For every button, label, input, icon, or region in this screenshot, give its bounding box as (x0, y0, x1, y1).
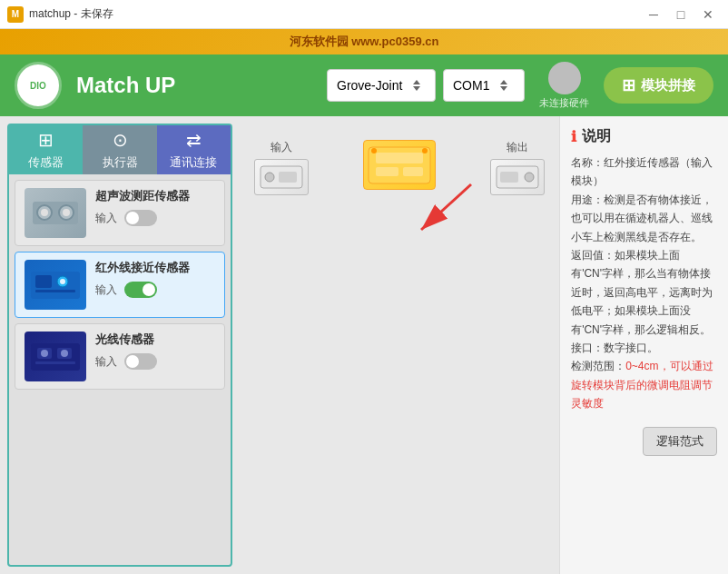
sensor-name-ir: 红外线接近传感器 (95, 260, 215, 276)
right-panel: ℹ 说明 名称：红外接近传感器（输入模块） 用途：检测是否有物体接近，也可以用在… (559, 116, 728, 574)
sensor-tab-icon: ⊞ (38, 129, 54, 151)
titlebar-left: M matchup - 未保存 (7, 6, 113, 23)
input-label: 输入 (271, 140, 292, 155)
info-title: 说明 (582, 127, 611, 146)
tabs: ⊞ 传感器 ⊙ 执行器 ⇄ 通讯连接 (9, 125, 231, 174)
canvas-area: 输入 (254, 131, 545, 559)
sensor-toggle-light[interactable] (124, 353, 157, 370)
svg-point-14 (61, 350, 68, 357)
svg-point-27 (525, 173, 534, 182)
close-button[interactable]: ✕ (695, 2, 721, 27)
logic-btn[interactable]: 逻辑范式 (643, 427, 717, 456)
logo-circle: DIO (15, 62, 62, 109)
output-block: 输出 (490, 140, 545, 195)
tab-sensor[interactable]: ⊞ 传感器 (9, 125, 83, 174)
svg-rect-26 (500, 172, 518, 183)
module-block (363, 140, 436, 190)
sensor-type-row-ultrasonic: 输入 (95, 210, 215, 226)
sensor-info-ultrasonic: 超声波测距传感器 输入 (95, 188, 215, 226)
sensor-toggle-ir[interactable] (124, 282, 157, 298)
sensor-type-label-ir: 输入 (95, 282, 117, 298)
maximize-button[interactable]: □ (668, 2, 694, 27)
port-dropdown[interactable]: COM1 (443, 69, 525, 102)
port-dropdown-arrow (500, 80, 507, 91)
window-controls: ─ □ ✕ (641, 2, 721, 27)
sensor-list: 超声波测距传感器 输入 (9, 174, 231, 565)
svg-point-13 (41, 350, 48, 357)
header: DIO Match UP Grove-Joint COM1 未连接硬件 ⊞ 模块… (0, 54, 728, 116)
logo-dio: DIO (30, 81, 46, 91)
input-block: 输入 (254, 140, 309, 195)
connect-icon: ⊞ (622, 75, 635, 95)
device-dropdown[interactable]: Grove-Joint (327, 69, 436, 102)
svg-rect-6 (35, 275, 52, 288)
svg-point-2 (41, 209, 48, 216)
port-arrow-up-icon (500, 80, 507, 84)
sensor-img-light (25, 332, 86, 381)
svg-point-8 (60, 279, 65, 284)
info-icon: ℹ (571, 128, 576, 145)
svg-point-4 (63, 209, 70, 216)
info-interface: 接口：数字接口。 (571, 339, 717, 357)
svg-rect-20 (376, 153, 423, 163)
sensor-info-light: 光线传感器 输入 (95, 332, 215, 370)
info-range-highlight: 0~4cm，可以通过旋转模块背后的微调电阻调节灵敏度 (571, 360, 713, 410)
watermark-bar: 河东软件园 www.pc0359.cn (0, 29, 728, 54)
titlebar: M matchup - 未保存 ─ □ ✕ (0, 0, 728, 29)
arrow-up-icon (413, 80, 420, 84)
connect-btn-label: 模块拼接 (641, 77, 695, 94)
device-dropdown-arrow (413, 80, 420, 91)
svg-rect-15 (35, 361, 75, 364)
info-name: 名称：红外接近传感器（输入模块） (571, 153, 717, 191)
input-chip (254, 159, 309, 195)
main-area: ⊞ 传感器 ⊙ 执行器 ⇄ 通讯连接 (0, 116, 728, 574)
svg-rect-9 (35, 290, 75, 292)
tab-connect[interactable]: ⇄ 通讯连接 (157, 125, 231, 174)
info-usage: 用途：检测是否有物体接近，也可以用在循迹机器人、巡线小车上检测黑线是否存在。 (571, 191, 717, 246)
tab-actuator[interactable]: ⊙ 执行器 (83, 125, 156, 174)
center-area: 输入 (240, 116, 559, 574)
svg-point-23 (371, 148, 377, 153)
output-label: 输出 (507, 140, 528, 155)
module-chip (363, 140, 436, 190)
minimize-button[interactable]: ─ (641, 2, 666, 27)
port-arrow-down-icon (500, 86, 507, 91)
svg-point-24 (422, 148, 428, 153)
info-range: 检测范围：0~4cm，可以通过旋转模块背后的微调电阻调节灵敏度 (571, 357, 717, 412)
window-title: matchup - 未保存 (29, 6, 113, 22)
left-panel: ⊞ 传感器 ⊙ 执行器 ⇄ 通讯连接 (7, 124, 232, 567)
output-chip (490, 159, 545, 195)
device-dropdown-value: Grove-Joint (337, 78, 402, 93)
info-return-text: 返回值：如果模块上面有'CN'字样，那么当有物体接近时，返回高电平，远离时为低电… (571, 249, 713, 336)
svg-rect-22 (403, 167, 423, 176)
sensor-card-ir[interactable]: 红外线接近传感器 输入 (15, 252, 225, 318)
watermark-text: 河东软件园 www.pc0359.cn (290, 34, 439, 50)
dropdown-group: Grove-Joint COM1 (327, 69, 525, 102)
app-icon: M (7, 6, 24, 23)
svg-rect-18 (279, 172, 297, 183)
sensor-type-label-ultrasonic: 输入 (95, 211, 117, 226)
sensor-type-row-ir: 输入 (95, 282, 215, 298)
actuator-tab-label: 执行器 (103, 154, 138, 171)
svg-point-17 (265, 173, 274, 182)
sensor-type-row-light: 输入 (95, 353, 215, 370)
sensor-toggle-ultrasonic[interactable] (124, 210, 157, 226)
sensor-tab-label: 传感器 (28, 154, 64, 171)
sensor-img-ir (25, 260, 86, 310)
sensor-name-light: 光线传感器 (95, 332, 215, 348)
info-return: 返回值：如果模块上面有'CN'字样，那么当有物体接近时，返回高电平，远离时为低电… (571, 246, 717, 339)
actuator-tab-icon: ⊙ (113, 129, 128, 151)
status-indicator (548, 62, 581, 94)
sensor-card-ultrasonic[interactable]: 超声波测距传感器 输入 (15, 180, 225, 246)
connect-button[interactable]: ⊞ 模块拼接 (604, 67, 713, 104)
arrow-down-icon (413, 86, 420, 91)
connect-tab-icon: ⇄ (186, 129, 202, 151)
connect-tab-label: 通讯连接 (170, 154, 217, 171)
sensor-name-ultrasonic: 超声波测距传感器 (95, 188, 215, 204)
sensor-info-ir: 红外线接近传感器 输入 (95, 260, 215, 298)
port-dropdown-value: COM1 (453, 78, 489, 93)
sensor-card-light[interactable]: 光线传感器 输入 (15, 323, 225, 390)
sensor-img-ultrasonic (25, 188, 86, 238)
connection-status: 未连接硬件 (539, 62, 589, 110)
svg-rect-21 (376, 167, 398, 176)
